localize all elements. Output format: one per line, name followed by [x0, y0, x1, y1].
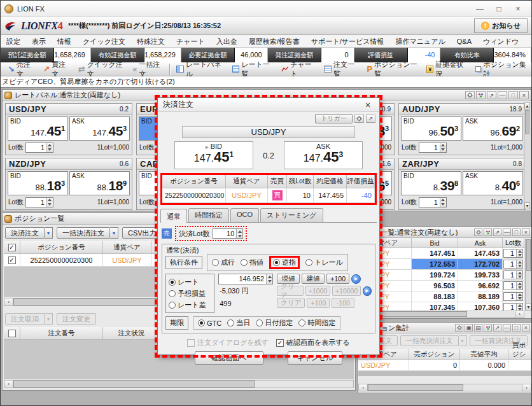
ask-button[interactable]: ASK96.692 — [463, 116, 523, 141]
dialog-ask-button[interactable]: ASK 147.453 — [284, 141, 363, 169]
tab-time-specified[interactable]: 時間指定 — [188, 208, 229, 222]
ask-button[interactable]: ASK88.189 — [69, 171, 130, 195]
open-price-button[interactable]: 建値 — [302, 274, 325, 284]
radio-today[interactable]: 当日 — [227, 318, 250, 328]
rate-row-gbpjpy[interactable]: GBP/JPY 199.724 199.733 1 — [358, 270, 532, 281]
bid-button[interactable]: BID96.503 — [401, 116, 461, 141]
minimize-button[interactable]: — — [470, 3, 489, 15]
summary-hscrollbar[interactable]: ‹› — [358, 384, 531, 391]
menu-chart[interactable]: チャート — [171, 35, 211, 48]
rate-row-nzdjpy[interactable]: NZD/JPY 88.183 88.189 1 — [358, 291, 532, 302]
sell-position-header[interactable]: 売ポジション — [409, 349, 460, 360]
radio-stop[interactable]: 逆指 — [269, 256, 300, 269]
design-icon[interactable] — [484, 228, 492, 236]
close-icon[interactable]: × — [522, 324, 530, 332]
minimize-icon[interactable]: — — [503, 324, 511, 332]
design-icon[interactable] — [476, 91, 486, 99]
plus1000-button[interactable]: +1000 — [305, 286, 330, 296]
gear-icon[interactable] — [474, 228, 482, 236]
radio-expected-pl[interactable]: 予想損益 — [169, 288, 211, 299]
clear-pl-button[interactable]: クリア — [277, 286, 304, 296]
menu-deposit[interactable]: 入出金 — [211, 35, 243, 48]
order-select-all-checkbox[interactable] — [8, 330, 16, 337]
csv-export-button[interactable]: CSV出力 — [122, 227, 162, 239]
bid-cell[interactable]: 96.503 — [412, 281, 458, 291]
pin-icon[interactable]: ↗ — [493, 324, 501, 332]
bulk-close-dropdown[interactable]: ▼ — [110, 227, 118, 239]
pin-icon[interactable]: ↗ — [366, 115, 375, 123]
notice-button[interactable]: ! お知らせ — [474, 18, 528, 33]
rate-row-audjpy[interactable]: AUD/JPY 96.503 96.692 1 — [358, 281, 532, 291]
minimize-icon[interactable]: — — [503, 228, 511, 236]
close-order-dropdown[interactable]: ▼ — [45, 227, 53, 239]
ask-cell[interactable]: 88.189 — [458, 291, 503, 302]
radio-rate[interactable]: レート — [169, 276, 211, 288]
dialog-close-icon[interactable]: × — [361, 100, 374, 110]
bid-cell[interactable]: 172.553 — [412, 259, 458, 270]
tab-streaming[interactable]: ストリーミング — [260, 208, 323, 222]
tab-normal[interactable]: 通常 — [160, 209, 187, 223]
design-icon[interactable] — [484, 324, 492, 332]
sell-order-button[interactable]: ↘売注文 — [3, 62, 38, 76]
menu-manual[interactable]: 操作マニュアル — [389, 35, 451, 48]
ask-column-header[interactable]: Ask — [458, 238, 503, 248]
chart-button[interactable]: チャート — [277, 62, 320, 76]
row-checkbox[interactable]: ✓ — [8, 256, 16, 264]
radio-time-specified[interactable]: 時間指定 — [298, 318, 335, 328]
ask-button[interactable]: ASK8.406 — [463, 171, 523, 195]
plus10000-button[interactable]: +10000 — [332, 286, 361, 296]
radio-trail[interactable]: トレール — [305, 258, 343, 267]
show-confirm-checkbox[interactable]: ✓確認画面を表示する — [276, 338, 350, 347]
diff-minus100-button[interactable]: -100 — [332, 298, 354, 308]
maximize-button[interactable]: □ — [489, 3, 508, 15]
gear-icon[interactable] — [354, 115, 364, 123]
tab-oco[interactable]: OCO — [230, 208, 259, 222]
menu-window[interactable]: ウィンドウ — [477, 35, 524, 48]
position-number-header[interactable]: ポジション番号 — [20, 241, 103, 254]
bid-cell[interactable]: 199.724 — [412, 270, 458, 281]
ask-cell[interactable]: 96.692 — [458, 281, 503, 291]
rate-input[interactable]: 146.952 — [218, 274, 273, 284]
maximize-icon[interactable]: □ — [508, 91, 518, 99]
bid-button[interactable]: BID147.451 — [8, 116, 68, 141]
close-button[interactable]: × — [508, 3, 528, 15]
lot-stepper[interactable]: 1 — [503, 260, 523, 269]
position-list-button[interactable]: Pポジション一覧 — [362, 62, 421, 76]
margin-status-button[interactable]: ¥証拠金状況 — [422, 62, 471, 76]
rate-list-vscrollbar[interactable]: ▼ — [525, 239, 531, 311]
lot-column-header[interactable]: Lot数 — [503, 238, 524, 248]
order-list-button[interactable]: 注文一覧 — [319, 62, 362, 76]
menu-view[interactable]: 表示 — [26, 35, 52, 48]
modify-order-button[interactable]: 注文変更 — [57, 313, 96, 325]
sell-avg-header[interactable]: 売値平均 — [460, 349, 508, 360]
trigger-button[interactable]: トリガー — [315, 114, 353, 123]
gear-icon[interactable] — [465, 91, 475, 99]
menu-quick-order[interactable]: クイック注文 — [77, 35, 131, 48]
lot-stepper[interactable]: 1 — [419, 143, 447, 153]
more-arrow-icon[interactable]: ▶ — [363, 286, 372, 296]
confirm-button[interactable]: 確認画面へ — [195, 351, 263, 365]
quick-order-button[interactable]: ⇄クイック注文 — [74, 62, 128, 76]
dialog-titlebar[interactable]: 決済注文 × — [158, 98, 379, 112]
bulk-close-button[interactable]: 一括決済注文 — [57, 227, 110, 239]
bid-cell[interactable]: 88.183 — [412, 291, 458, 302]
dialog-bid-button[interactable]: ▸ BID 147.451 — [174, 141, 253, 169]
order-list-hscrollbar[interactable]: ‹ — [4, 380, 354, 388]
minimize-icon[interactable]: — — [498, 91, 507, 99]
menu-settings[interactable]: 設定 — [1, 35, 26, 48]
menu-qa[interactable]: Q&A — [451, 35, 477, 48]
rate-panel-scrollbar[interactable]: ▲▼ — [524, 102, 530, 209]
summary-row[interactable]: USD/JPY 0 0.000 — [358, 360, 531, 371]
menu-history[interactable]: 履歴検索/報告書 — [243, 35, 305, 48]
rate-list-titlebar[interactable]: レート一覧:通常注文(両建なし) ↗ — □ × — [358, 227, 532, 238]
menu-special-order[interactable]: 特殊注文 — [131, 35, 171, 48]
position-summary-titlebar[interactable]: ポジション集計 ▣ ▤ ↗ — □ × — [358, 323, 532, 333]
menu-support[interactable]: サポート/サービス情報 — [305, 35, 390, 48]
pin-icon[interactable]: ↗ — [487, 91, 496, 99]
keep-dialog-checkbox[interactable]: 注文ダイアログを残す — [187, 338, 269, 347]
lot-stepper[interactable]: 1 — [503, 249, 523, 258]
rate-row-usdjpy[interactable]: USD/JPY 147.451 147.453 1 — [358, 248, 532, 259]
close-order-button[interactable]: 決済注文 — [5, 227, 45, 239]
batch-order-button[interactable]: «一括注文 — [128, 62, 167, 76]
pair-header[interactable]: 通貨ペア — [103, 241, 151, 254]
